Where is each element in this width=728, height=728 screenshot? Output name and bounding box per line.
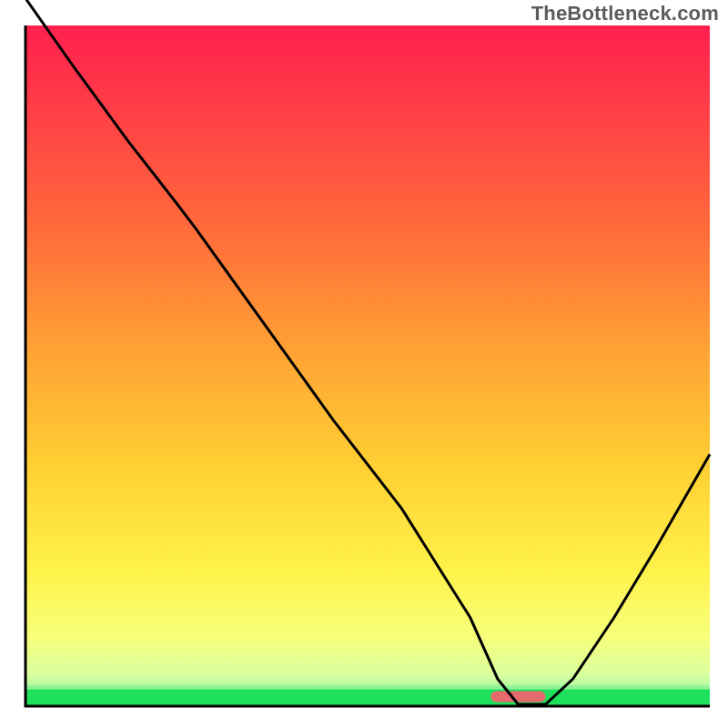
watermark-label: TheBottleneck.com <box>531 2 719 25</box>
optimal-point-marker <box>490 692 545 703</box>
chart-container: TheBottleneck.com <box>0 0 728 728</box>
plot-background <box>25 25 710 706</box>
chart-svg <box>0 0 728 728</box>
bottom-green-band-edge <box>25 685 710 689</box>
bottom-green-band <box>25 689 710 706</box>
